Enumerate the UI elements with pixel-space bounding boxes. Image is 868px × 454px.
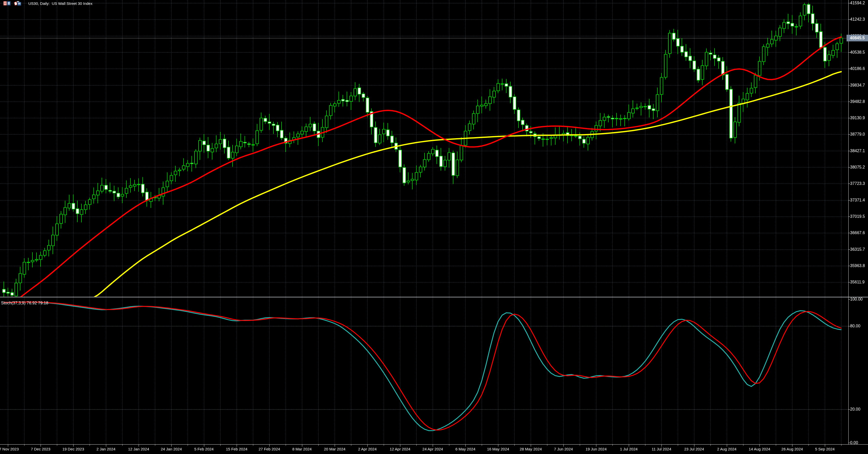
date-label: 27 Nov 2023 <box>0 447 19 451</box>
chart-list-icon[interactable] <box>3 1 11 6</box>
price-axis-label: 36315.7 <box>850 247 865 252</box>
date-label: 5 Feb 2024 <box>194 447 214 451</box>
price-axis-label: 35963.8 <box>850 264 865 268</box>
date-label: 6 May 2024 <box>456 447 475 451</box>
date-label: 12 Apr 2024 <box>390 447 410 451</box>
price-axis-label: 39834.7 <box>850 83 865 88</box>
price-axis-label: 38075.2 <box>850 165 865 170</box>
date-label: 24 Apr 2024 <box>423 447 443 451</box>
date-label: 27 Feb 2024 <box>258 447 280 451</box>
stoch-axis-label: 0.00 <box>850 441 858 445</box>
price-axis-label: 40186.6 <box>850 66 865 71</box>
price-axis-label: 41594.2 <box>850 1 865 5</box>
date-label: 7 Jun 2024 <box>554 447 573 451</box>
price-axis-label: 37019.5 <box>850 214 865 219</box>
stoch-axis-label: 100.00 <box>850 297 863 302</box>
date-label: 24 Jan 2024 <box>161 447 182 451</box>
price-chart-canvas[interactable] <box>0 0 868 454</box>
date-label: 2 Apr 2024 <box>358 447 377 451</box>
date-label: 1 Jul 2024 <box>620 447 638 451</box>
date-label: 8 Mar 2024 <box>292 447 312 451</box>
date-label: 14 Aug 2024 <box>749 447 770 451</box>
price-axis-label: 39482.8 <box>850 99 865 104</box>
date-label: 12 Jan 2024 <box>128 447 149 451</box>
date-label: 16 May 2024 <box>487 447 509 451</box>
chart-window: US30, Daily: US Wall Street 30 Index Sto… <box>0 0 868 454</box>
date-label: 23 Jul 2024 <box>684 447 704 451</box>
price-axis-label: 40538.5 <box>850 50 865 55</box>
stoch-axis-label: 20.00 <box>850 407 860 412</box>
bid-price-value: 40845.5 <box>850 36 865 40</box>
price-axis-label: 39130.9 <box>850 116 865 120</box>
chart-title-bar: US30, Daily: US Wall Street 30 Index <box>3 1 92 6</box>
price-axis-label: 38427.1 <box>850 149 865 153</box>
chart-title: US30, Daily: US Wall Street 30 Index <box>28 1 92 6</box>
price-axis-label: 37723.3 <box>850 181 865 186</box>
stochastic-label: Stoch(37,3,9) 76.92 79.18 <box>1 301 48 305</box>
date-label: 2 Jan 2024 <box>96 447 115 451</box>
date-label: 19 Dec 2023 <box>62 447 84 451</box>
date-label: 5 Sep 2024 <box>815 447 835 451</box>
date-label: 28 May 2024 <box>520 447 542 451</box>
date-label: 7 Dec 2023 <box>31 447 51 451</box>
price-axis-label: 37371.4 <box>850 198 865 203</box>
bid-price-box: 40845.5 <box>846 35 868 41</box>
stoch-axis-label: 80.00 <box>850 324 860 328</box>
date-label: 2 Aug 2024 <box>717 447 737 451</box>
date-label: 20 Mar 2024 <box>324 447 345 451</box>
date-label: 26 Aug 2024 <box>781 447 803 451</box>
price-axis-label: 38779.0 <box>850 132 865 137</box>
date-label: 19 Jun 2024 <box>586 447 607 451</box>
price-axis-label: 41242.3 <box>850 17 865 22</box>
price-axis-label: 36667.6 <box>850 231 865 235</box>
price-axis-label: 35611.9 <box>850 280 865 284</box>
chart-window-icon[interactable] <box>14 1 22 6</box>
date-label: 11 Jul 2024 <box>652 447 671 451</box>
date-label: 15 Feb 2024 <box>226 447 247 451</box>
